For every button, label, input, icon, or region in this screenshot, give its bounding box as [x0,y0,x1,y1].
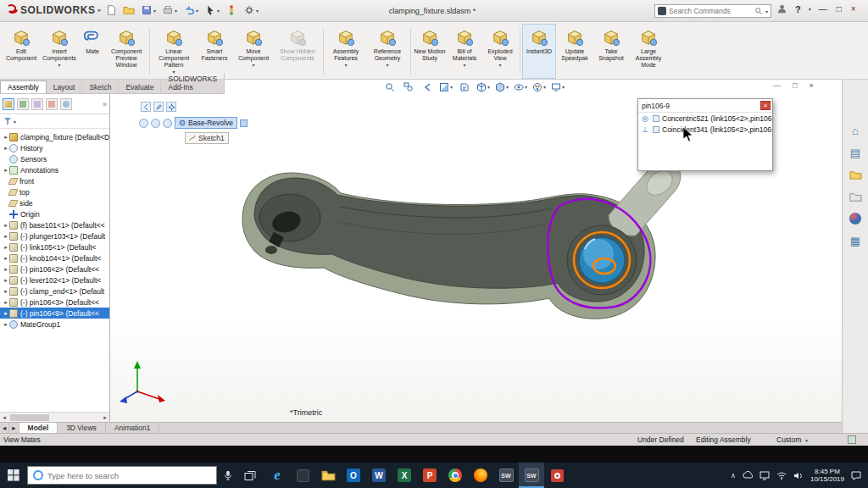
chevron-down-icon[interactable]: ▾ [14,119,16,125]
dimxpert-manager-tab[interactable] [46,98,58,110]
task-view-button[interactable] [239,463,261,488]
search-icon[interactable] [754,7,763,15]
tray-chevron-icon[interactable]: ∧ [731,472,736,480]
tree-item-annotations[interactable]: ▸Annotations [0,164,109,175]
chevron-down-icon[interactable]: ▾ [386,62,388,68]
chevron-down-icon[interactable]: ▾ [498,62,501,68]
taskbar-app-chrome[interactable] [442,463,468,488]
mate-list-item[interactable]: ◎ Concentric521 (link105<2>,pin106<9 [638,113,772,124]
expand-arrow-icon[interactable]: ▸ [3,266,9,273]
breadcrumb-sketch-tag[interactable]: Sketch1 [185,132,229,144]
tab-model[interactable]: Model [19,423,58,433]
view-settings-button[interactable]: ▾ [549,80,566,93]
tab-scroll-right-icon[interactable]: ▸ [9,423,19,433]
edit-feature-icon[interactable] [153,102,164,112]
status-custom[interactable]: Custom [776,435,801,444]
scroll-right-icon[interactable]: ▸ [101,414,109,421]
chevron-down-icon[interactable]: ▾ [487,84,490,90]
user-account-icon[interactable] [776,3,787,14]
status-toggle-icon[interactable] [848,435,856,444]
ribbon-button-instant3d[interactable]: Instant3D [522,24,556,79]
ribbon-button-take-snapshot[interactable]: Take Snapshot [593,24,629,79]
tree-item-mategroup1[interactable]: ▸MateGroup1 [0,319,109,330]
breadcrumb-node-icon[interactable] [163,119,172,128]
chevron-down-icon[interactable]: ▾ [252,62,254,68]
tree-item-pin106-9-selected[interactable]: ▸(-) pin106<9> (Default<< [0,308,109,319]
ribbon-button-large-assembly-mode[interactable]: Large Assembly Mode [629,24,668,79]
undo-button[interactable]: ▾ [183,4,198,16]
feature-tree-tab[interactable] [3,98,14,110]
select-button[interactable]: ▾ [204,4,220,16]
action-center-icon[interactable] [851,470,861,480]
expand-arrow-icon[interactable]: ▸ [3,134,9,141]
zoom-to-fit-button[interactable] [381,80,398,93]
appearances-scenes-tab[interactable] [847,210,864,227]
scroll-left-icon[interactable]: ◂ [0,414,8,421]
chevron-down-icon[interactable]: ▾ [809,6,811,12]
tree-item-link105[interactable]: ▸(-) link105<1> (Default< [0,241,109,252]
tree-item-knob104[interactable]: ▸(-) knob104<1> (Default< [0,252,109,263]
home-tab[interactable]: ⌂ [847,122,864,139]
mate-list-item[interactable]: ⊥ Coincident341 (link105<2>,pin106<9 [638,124,772,135]
doc-minimize-button[interactable]: — [773,81,781,90]
settings-gear-icon[interactable] [166,102,176,112]
chevron-down-icon[interactable]: ▾ [58,62,60,68]
taskbar-app-edge[interactable]: e [264,463,290,488]
expand-arrow-icon[interactable]: ▸ [3,222,9,229]
tab-evaluate[interactable]: Evaluate [119,81,161,93]
taskbar-search[interactable] [27,466,217,485]
expand-arrow-icon[interactable]: ▸ [3,310,9,317]
breadcrumb-handle-icon[interactable] [240,119,248,127]
chevron-down-icon[interactable]: ▾ [562,84,565,90]
ribbon-button-insert-components[interactable]: Insert Components▾ [39,24,80,79]
tab-animation1[interactable]: Animation1 [106,423,160,433]
expand-arrow-icon[interactable]: ▸ [3,145,9,152]
chevron-down-icon[interactable]: ▾ [256,8,259,14]
expand-arrow-icon[interactable]: ▸ [3,244,9,251]
microphone-button[interactable] [217,463,239,488]
save-button[interactable]: ▾ [141,4,156,16]
tree-item-front-plane[interactable]: front [0,175,109,186]
tab-sketch[interactable]: Sketch [82,81,119,93]
chevron-down-icon[interactable]: ▾ [506,84,509,90]
file-explorer-tab[interactable] [847,188,864,205]
taskbar-app-firefox[interactable] [468,463,493,488]
doc-close-button[interactable]: × [809,81,813,90]
chevron-down-icon[interactable]: ▾ [344,62,347,68]
print-button[interactable]: ▾ [162,4,177,16]
ribbon-button-update-speedpak[interactable]: Update Speedpak [556,24,593,79]
rebuild-button[interactable] [225,4,237,16]
start-button[interactable] [0,463,27,488]
taskbar-app-screen-recorder[interactable] [544,463,570,488]
gray-pin-shaft[interactable] [609,164,681,236]
chevron-down-icon[interactable]: ▾ [196,8,198,14]
network-wifi-icon[interactable] [776,470,787,480]
tree-item-origin[interactable]: Origin [0,208,109,219]
ribbon-button-new-motion-study[interactable]: New Motion Study [413,24,447,79]
display-style-button[interactable]: ▾ [493,80,510,93]
scrollbar-thumb[interactable] [10,414,49,421]
edit-appearance-button[interactable]: ▾ [531,80,548,93]
taskbar-app-solidworks-active[interactable]: SW [519,463,544,488]
minimize-button[interactable]: — [819,4,827,14]
chevron-down-icon[interactable]: ▾ [765,8,768,14]
doc-restore-button[interactable]: □ [793,81,797,90]
brand-menu-arrow-icon[interactable]: ▸ [98,7,102,14]
property-manager-tab[interactable] [17,98,29,110]
ribbon-button-mate[interactable]: Mate [80,24,105,79]
taskbar-app-outlook[interactable]: O [341,463,366,488]
ribbon-button-assembly-features[interactable]: Assembly Features▾ [326,24,366,79]
chevron-down-icon[interactable]: ▾ [543,84,546,90]
configuration-manager-tab[interactable] [31,98,43,110]
tab-assembly[interactable]: Assembly [0,80,47,93]
tree-item-clamp-end[interactable]: ▸(-) clamp_end<1> (Default [0,286,109,297]
taskbar-app-powerpoint[interactable]: P [417,463,442,488]
display-tray-icon[interactable] [760,470,770,480]
hide-show-items-button[interactable]: ▾ [512,80,529,93]
taskbar-app-store[interactable] [290,463,315,488]
expand-arrow-icon[interactable]: ▸ [3,299,9,306]
expand-arrow-icon[interactable]: ▸ [3,321,9,328]
filter-funnel-icon[interactable] [3,117,12,125]
ribbon-button-move-component[interactable]: Move Component▾ [233,24,274,79]
chevron-down-icon[interactable]: ▾ [175,8,177,14]
